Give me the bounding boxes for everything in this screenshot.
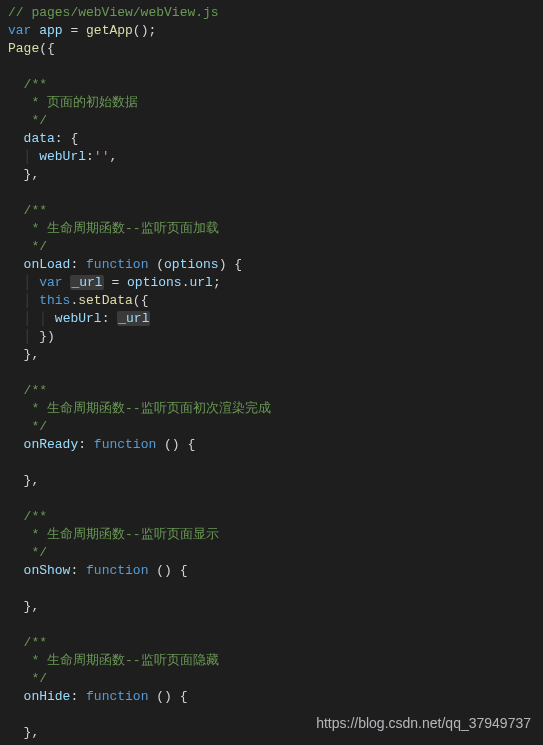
- punct: :: [70, 257, 86, 272]
- doc-open: /**: [24, 383, 47, 398]
- keyword-this: this: [39, 293, 70, 308]
- indent-guide: │: [24, 329, 40, 344]
- doc-close: */: [24, 545, 47, 560]
- doc-line: * 生命周期函数--监听页面隐藏: [24, 653, 219, 668]
- prop-webUrl: webUrl: [39, 149, 86, 164]
- keyword-function: function: [86, 257, 148, 272]
- key-data: data: [24, 131, 55, 146]
- punct: () {: [148, 563, 187, 578]
- ident-options: options: [127, 275, 182, 290]
- indent-guide: │ │: [24, 311, 55, 326]
- punct: :: [70, 689, 86, 704]
- ident-url: _url: [70, 275, 103, 290]
- prop-url: url: [189, 275, 212, 290]
- doc-open: /**: [24, 203, 47, 218]
- punct: }): [39, 329, 55, 344]
- fn-getApp: getApp: [86, 23, 133, 38]
- ident-app: app: [31, 23, 70, 38]
- fn-Page: Page: [8, 41, 39, 56]
- punct: ();: [133, 23, 156, 38]
- doc-close: */: [24, 419, 47, 434]
- punct: ;: [213, 275, 221, 290]
- punct: :: [70, 563, 86, 578]
- file-path-comment: // pages/webView/webView.js: [8, 5, 219, 20]
- keyword-function: function: [86, 563, 148, 578]
- punct: },: [24, 473, 40, 488]
- indent-guide: │: [24, 275, 40, 290]
- fn-setData: setData: [78, 293, 133, 308]
- key-onHide: onHide: [24, 689, 71, 704]
- doc-open: /**: [24, 509, 47, 524]
- doc-open: /**: [24, 635, 47, 650]
- punct: () {: [148, 689, 187, 704]
- key-onLoad: onLoad: [24, 257, 71, 272]
- keyword-function: function: [86, 689, 148, 704]
- doc-close: */: [24, 113, 47, 128]
- punct: ({: [133, 293, 149, 308]
- doc-line: * 页面的初始数据: [24, 95, 138, 110]
- punct: :: [78, 437, 94, 452]
- punct: :: [86, 149, 94, 164]
- key-onReady: onReady: [24, 437, 79, 452]
- punct: },: [24, 347, 40, 362]
- keyword-var: var: [8, 23, 31, 38]
- keyword-function: function: [94, 437, 156, 452]
- code-block: // pages/webView/webView.js var app = ge…: [0, 0, 543, 742]
- op-eq: =: [70, 23, 86, 38]
- doc-close: */: [24, 239, 47, 254]
- prop-webUrl: webUrl: [55, 311, 102, 326]
- punct: ,: [109, 149, 117, 164]
- indent-guide: │: [24, 293, 40, 308]
- indent-guide: │: [24, 149, 40, 164]
- doc-line: * 生命周期函数--监听页面加载: [24, 221, 219, 236]
- punct: :: [102, 311, 118, 326]
- punct: },: [24, 599, 40, 614]
- punct: () {: [156, 437, 195, 452]
- doc-close: */: [24, 671, 47, 686]
- param-options: options: [164, 257, 219, 272]
- ident-url: _url: [117, 311, 150, 326]
- punct: (: [148, 257, 164, 272]
- doc-line: * 生命周期函数--监听页面显示: [24, 527, 219, 542]
- doc-open: /**: [24, 77, 47, 92]
- string-empty: '': [94, 149, 110, 164]
- keyword-var: var: [39, 275, 62, 290]
- key-onShow: onShow: [24, 563, 71, 578]
- doc-line: * 生命周期函数--监听页面初次渲染完成: [24, 401, 271, 416]
- op-eq: =: [104, 275, 127, 290]
- punct: ({: [39, 41, 55, 56]
- punct: ) {: [219, 257, 242, 272]
- punct: },: [24, 167, 40, 182]
- punct: : {: [55, 131, 78, 146]
- punct: },: [24, 725, 40, 740]
